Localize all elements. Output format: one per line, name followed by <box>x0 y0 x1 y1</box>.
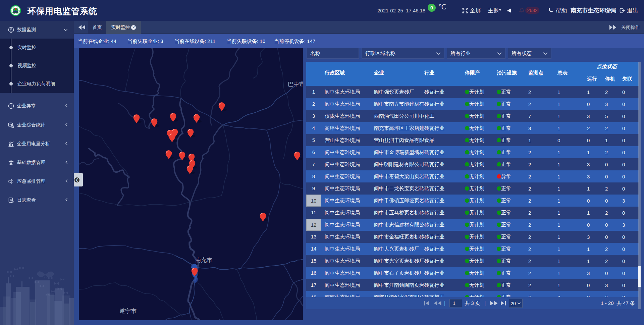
svg-text:南充市: 南充市 <box>195 257 212 263</box>
svg-text:遂宁市: 遂宁市 <box>119 308 137 314</box>
svg-text:巴中市: 巴中市 <box>288 81 303 88</box>
